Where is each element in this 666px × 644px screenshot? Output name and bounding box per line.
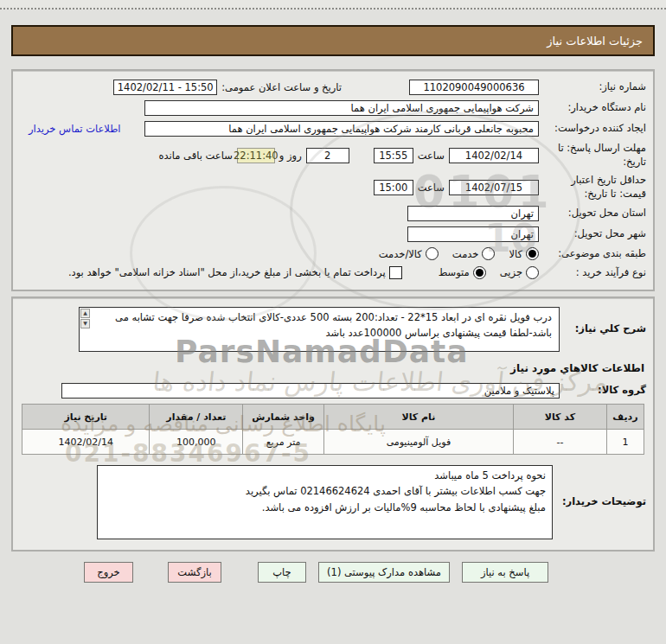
- col-header-need-date: تاریخ نیاز: [22, 405, 150, 430]
- buyer-org-label: نام دستگاه خریدار:: [539, 101, 646, 115]
- requester-label: ایجاد کننده درخواست:: [539, 122, 646, 136]
- deadline-hour-label: ساعت: [418, 150, 445, 162]
- category-goods-label: کالا: [509, 248, 522, 260]
- buyer-notes-row: توضیحات خریدار: نحوه پرداخت 5 ماه میباشد…: [20, 465, 646, 539]
- delivery-province-row: استان محل تحویل: تهران: [20, 206, 646, 221]
- need-description-field[interactable]: ▲ ▼ درب فویل نقره ای در ابعاد 15*22 - تع…: [79, 307, 560, 352]
- print-button[interactable]: چاپ: [258, 562, 306, 583]
- subject-category-label: طبقه بندی موضوعی:: [539, 247, 646, 261]
- remaining-time-box: 22:11:40: [237, 148, 275, 163]
- scroll-up-icon[interactable]: ▲: [80, 309, 90, 318]
- remaining-hours-label: ساعت باقی مانده: [159, 150, 233, 162]
- announce-datetime-field[interactable]: 1402/02/11 - 15:50: [113, 80, 217, 95]
- purchase-process-label: نوع فرآیند خرید :: [539, 266, 646, 280]
- treasury-payment-label: پرداخت تمام یا بخشی از مبلغ خرید،از محل …: [68, 266, 386, 278]
- cell-item-name: فویل آلومینیومی: [323, 430, 513, 455]
- requester-field[interactable]: محبوبه جانعلی قربانی کارمند شرکت هواپیما…: [144, 121, 539, 137]
- goods-group-label: گروه کالا:: [560, 384, 646, 398]
- buyer-contact-link[interactable]: اطلاعات تماس خریدار: [29, 123, 121, 135]
- need-number-field[interactable]: 1102090049000636: [409, 80, 539, 95]
- category-goods-service-label: کالا/خدمت: [379, 248, 422, 260]
- goods-table: ردیف کد کالا نام کالا واحد شمارش تعداد /…: [22, 404, 644, 455]
- announce-datetime-label: تاریخ و ساعت اعلان عمومی:: [221, 81, 342, 93]
- category-service-label: خدمت: [452, 248, 479, 260]
- delivery-city-label: شهر محل تحویل:: [539, 227, 646, 241]
- col-header-quantity: تعداد / مقدار: [150, 405, 243, 430]
- view-attachments-button[interactable]: مشاهده مدارک پیوستی (1): [318, 562, 450, 583]
- deadline-time-field[interactable]: 15:55: [374, 148, 413, 163]
- need-description-label: شرح کلي نیاز:: [560, 322, 646, 336]
- category-goods-service-radio[interactable]: [426, 247, 439, 260]
- textarea-scrollbar[interactable]: ▲ ▼: [80, 309, 90, 328]
- purchase-process-row: نوع فرآیند خرید : جزیی متوسط پرداخت تمام…: [20, 266, 646, 280]
- perforated-strip: [0, 0, 666, 10]
- days-and-label: روز و: [279, 150, 302, 162]
- remaining-days-field[interactable]: 2: [306, 148, 349, 163]
- cell-row-number: 1: [606, 430, 644, 455]
- col-header-row-number: ردیف: [606, 405, 644, 430]
- exit-button[interactable]: خروج: [84, 562, 133, 583]
- col-header-item-name: نام کالا: [323, 405, 513, 430]
- buyer-org-row: نام دستگاه خریدار: شرکت هواپیمایی جمهوری…: [20, 100, 646, 116]
- general-info-panel: شماره نیاز: 1102090049000636 تاریخ و ساع…: [11, 69, 655, 291]
- page-title-bar: جزئیات اطلاعات نیاز: [11, 25, 655, 56]
- subject-category-row: طبقه بندی موضوعی: کالا خدمت کالا/خدمت: [20, 247, 646, 261]
- back-button[interactable]: بازگشت: [168, 562, 221, 583]
- need-description-row: شرح کلي نیاز: ▲ ▼ درب فویل نقره ای در اب…: [20, 307, 646, 352]
- col-header-unit: واحد شمارش: [243, 405, 323, 430]
- category-goods-radio[interactable]: [526, 247, 539, 260]
- buyer-note-line: مبلغ پیشنهادی با لحاظ محاسبه 9%مالیات بر…: [104, 500, 546, 515]
- cell-need-date: 1402/02/14: [22, 430, 150, 455]
- scroll-down-icon[interactable]: ▼: [80, 319, 90, 328]
- process-medium-radio[interactable]: [473, 266, 486, 279]
- buyer-notes-label: توضیحات خریدار:: [553, 495, 646, 509]
- page-title: جزئیات اطلاعات نیاز: [547, 35, 643, 48]
- action-button-bar: پاسخ به نیاز مشاهده مدارک پیوستی (1) چاپ…: [0, 562, 548, 583]
- cell-quantity: 100,000: [150, 430, 243, 455]
- cell-item-code: --: [514, 430, 607, 455]
- delivery-city-field[interactable]: تهران: [407, 226, 539, 242]
- treasury-payment-checkbox[interactable]: [389, 266, 402, 279]
- respond-to-need-button[interactable]: پاسخ به نیاز: [462, 562, 548, 583]
- need-number-label: شماره نیاز:: [539, 80, 646, 94]
- validity-time-field[interactable]: 15:00: [374, 180, 413, 195]
- goods-table-header-row: ردیف کد کالا نام کالا واحد شمارش تعداد /…: [22, 405, 644, 430]
- buyer-notes-field[interactable]: نحوه پرداخت 5 ماه میباشد جهت کسب اطلاعات…: [97, 465, 553, 539]
- process-minor-radio[interactable]: [526, 266, 539, 279]
- goods-group-row: گروه کالا: پلاستیک و ملامین: [20, 383, 646, 399]
- validity-date-field[interactable]: 1402/07/15: [449, 180, 539, 195]
- goods-info-panel: شرح کلي نیاز: ▲ ▼ درب فویل نقره ای در اب…: [11, 296, 655, 552]
- delivery-province-field[interactable]: تهران: [407, 206, 539, 221]
- goods-group-field[interactable]: پلاستیک و ملامین: [61, 383, 560, 399]
- category-service-radio[interactable]: [482, 247, 495, 260]
- buyer-note-line: نحوه پرداخت 5 ماه میباشد: [104, 468, 546, 483]
- deadline-row: مهلت ارسال پاسخ: تا تاریخ: 1402/02/14 سا…: [20, 142, 646, 169]
- deadline-label: مهلت ارسال پاسخ: تا تاریخ:: [539, 142, 646, 169]
- process-medium-label: متوسط: [439, 266, 470, 278]
- price-validity-row: حداقل تاریخ اعتبار قیمت: تا تاریخ: 1402/…: [20, 174, 646, 201]
- buyer-note-line: جهت کسب اطلاعات بیشتر با آقای احمدی 0214…: [104, 483, 546, 499]
- col-header-item-code: کد کالا: [514, 405, 607, 430]
- delivery-city-row: شهر محل تحویل: تهران: [20, 226, 646, 242]
- cell-unit: متر مربع: [243, 430, 323, 455]
- delivery-province-label: استان محل تحویل:: [539, 207, 646, 220]
- deadline-date-field[interactable]: 1402/02/14: [449, 148, 539, 163]
- price-validity-label: حداقل تاریخ اعتبار قیمت: تا تاریخ:: [539, 174, 646, 201]
- goods-section-header: اطلاعات کالاهاي مورد نیاز: [20, 362, 644, 374]
- validity-hour-label: ساعت: [418, 182, 445, 194]
- process-minor-label: جزیی: [500, 266, 522, 278]
- buyer-org-field[interactable]: شرکت هواپیمایی جمهوری اسلامی ایران هما: [144, 100, 539, 116]
- need-description-text: درب فویل نقره ای در ابعاد 15*22 - تعداد:…: [115, 311, 552, 339]
- need-number-row: شماره نیاز: 1102090049000636 تاریخ و ساع…: [20, 80, 646, 95]
- requester-row: ایجاد کننده درخواست: محبوبه جانعلی قربان…: [20, 121, 646, 137]
- goods-table-row: 1 -- فویل آلومینیومی متر مربع 100,000 14…: [22, 430, 644, 455]
